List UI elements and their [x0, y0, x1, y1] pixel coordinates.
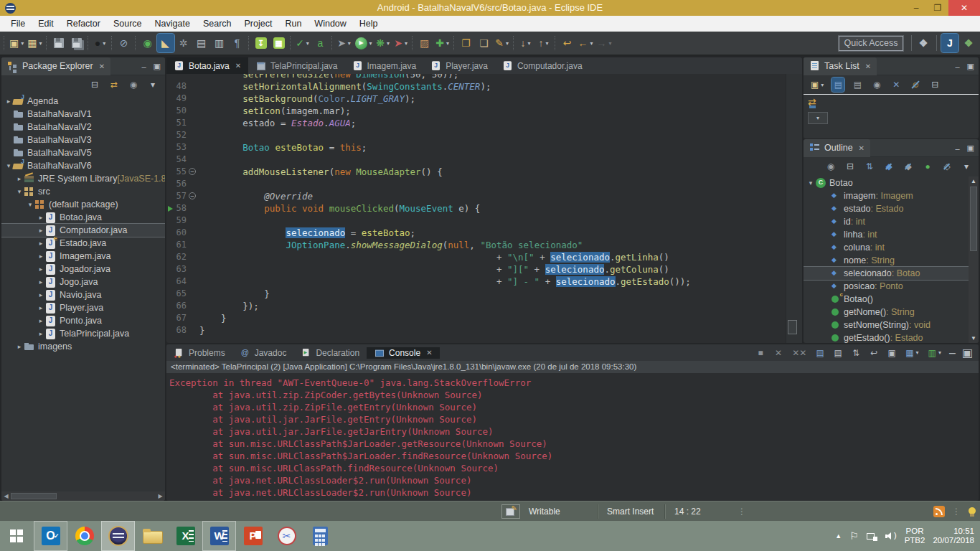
minimize-view-button[interactable]: –: [955, 144, 959, 153]
outline-item-linha[interactable]: linha : int: [804, 228, 969, 241]
taskbar-outlook-button[interactable]: O: [34, 521, 67, 551]
terminate-button[interactable]: ■: [755, 346, 766, 360]
show-hidden-icons-icon[interactable]: ▲: [835, 532, 842, 540]
expand-arrow-icon[interactable]: ▸: [37, 291, 45, 298]
tip-of-the-day-icon[interactable]: [969, 507, 976, 514]
console-tab-declaration[interactable]: Declaration: [293, 347, 367, 359]
dropdown-arrow-icon[interactable]: ▾: [938, 349, 941, 356]
expand-arrow-icon[interactable]: ▾: [4, 162, 13, 169]
menu-project[interactable]: Project: [238, 16, 279, 32]
menu-refactor[interactable]: Refactor: [60, 16, 107, 32]
sort-button[interactable]: ⇅: [863, 159, 876, 174]
news-feed-icon[interactable]: [933, 506, 945, 517]
expand-arrow-icon[interactable]: ▸: [4, 98, 13, 105]
close-view-icon[interactable]: ✕: [865, 62, 871, 70]
tree-item-batalhanavalv3[interactable]: BatalhaNavalV3: [1, 133, 165, 146]
show-view-list-button[interactable]: ▥: [211, 34, 228, 52]
expand-arrow-icon[interactable]: ▸: [37, 240, 45, 247]
expand-arrow-icon[interactable]: ▸: [37, 304, 45, 311]
filter-completed-tasks-button[interactable]: ✕: [890, 77, 903, 92]
new-wizard-button[interactable]: ▣▾: [8, 34, 25, 52]
expand-arrow-icon[interactable]: ▸: [15, 175, 24, 182]
outline-item-botao[interactable]: ▾Botao: [804, 176, 969, 189]
scroll-right-icon[interactable]: ▶: [156, 493, 165, 499]
outline-item-getnome[interactable]: getNome() : String: [804, 306, 969, 319]
pin-console-button[interactable]: ▣: [886, 346, 897, 360]
java-perspective-button[interactable]: J: [941, 34, 958, 52]
collapse-all-button[interactable]: ⊟: [928, 77, 941, 92]
profile-button[interactable]: ➤▾: [336, 34, 353, 52]
taskbar-start-button[interactable]: [0, 521, 34, 551]
tree-item-jogo-java[interactable]: ▸Jogo.java: [1, 276, 165, 288]
code-editor[interactable]: 47 setPreferredSize(new Dimension(50, 50…: [166, 74, 786, 343]
scroll-lock-button[interactable]: ⇅: [850, 346, 862, 360]
tree-item-ponto-java[interactable]: ▸Ponto.java: [1, 314, 165, 327]
connect-repository-icon[interactable]: [808, 97, 819, 108]
dropdown-arrow-icon[interactable]: ▾: [369, 40, 372, 47]
group-by-button[interactable]: ◉: [870, 77, 883, 92]
android-avd-manager-button[interactable]: ↧: [253, 34, 270, 52]
taskbar-calculator-button[interactable]: [303, 521, 337, 551]
dropdown-arrow-icon[interactable]: ▾: [39, 40, 42, 47]
expand-arrow-icon[interactable]: ▾: [806, 179, 815, 187]
scheduled-presentation-button[interactable]: ▤: [851, 77, 864, 92]
maximize-view-button[interactable]: ▣: [967, 62, 974, 71]
dropdown-arrow-icon[interactable]: ▾: [348, 40, 351, 47]
link-with-editor-button[interactable]: ⇄: [108, 77, 121, 92]
back-history-button[interactable]: ←▾: [577, 34, 595, 52]
outline-item-id[interactable]: id : int: [804, 215, 969, 228]
fold-collapse-icon[interactable]: −: [189, 168, 196, 175]
active-editor-status-icon[interactable]: [501, 504, 520, 519]
horizontal-scrollbar[interactable]: ◀ ▶: [1, 491, 165, 501]
dropdown-arrow-icon[interactable]: ▾: [506, 40, 509, 47]
outline-item-setnome-string[interactable]: setNome(String) : void: [804, 319, 969, 331]
restore-window-button[interactable]: ❐: [927, 0, 948, 16]
outline-item-coluna[interactable]: coluna : int: [804, 241, 969, 254]
dropdown-arrow-icon[interactable]: ▾: [528, 40, 531, 47]
collapse-all-button[interactable]: ⊟: [844, 159, 857, 174]
fold-collapse-icon[interactable]: −: [189, 192, 196, 199]
dropdown-arrow-icon[interactable]: ▾: [387, 40, 390, 47]
last-edit-location-button[interactable]: ↩: [559, 34, 576, 52]
android-sdk-manager-button[interactable]: ▦: [270, 34, 288, 52]
close-window-button[interactable]: ✕: [948, 0, 980, 16]
tree-item-player-java[interactable]: ▸Player.java: [1, 301, 165, 314]
show-console-on-stderr-button[interactable]: ▤: [832, 346, 844, 360]
open-task-button[interactable]: ❐: [458, 34, 475, 52]
expand-arrow-icon[interactable]: ▸: [37, 278, 45, 286]
categorized-presentation-button[interactable]: ▤: [831, 77, 844, 92]
tree-item-batalhanavalv6[interactable]: ▾BatalhaNavalV6: [1, 159, 165, 172]
close-view-icon[interactable]: ✕: [859, 144, 864, 152]
minimize-view-button[interactable]: –: [955, 62, 959, 71]
taskbar-powerpoint-button[interactable]: P: [236, 521, 270, 551]
scrollbar-thumb[interactable]: [970, 187, 977, 251]
tree-item-agenda[interactable]: ▸Agenda: [1, 95, 165, 108]
package-explorer-tab[interactable]: Package Explorer ✕: [1, 57, 110, 75]
word-wrap-button[interactable]: ↩: [868, 346, 880, 360]
scrollbar-thumb[interactable]: [11, 493, 57, 499]
menu-search[interactable]: Search: [197, 16, 238, 32]
scroll-down-icon[interactable]: ▼: [969, 335, 979, 342]
taskbar-chrome-button[interactable]: [67, 521, 101, 551]
expand-arrow-icon[interactable]: ▸: [37, 214, 45, 221]
show-console-on-stdout-button[interactable]: ▤: [814, 346, 826, 360]
debug-button[interactable]: ❋▾: [374, 34, 392, 52]
skip-all-breakpoints-button[interactable]: ●▾: [92, 34, 109, 52]
tree-item-botao-java[interactable]: ▸Botao.java: [1, 211, 165, 224]
open-perspective-button[interactable]: ❖: [915, 34, 932, 52]
block-selection-button[interactable]: ⊘: [116, 34, 133, 52]
outline-item-estado[interactable]: estado : Estado: [804, 202, 969, 215]
tree-item-telaprincipal-java[interactable]: ▸TelaPrincipal.java: [1, 327, 165, 340]
tree-item-src[interactable]: ▾src: [1, 185, 165, 198]
editor-tab-computador-java[interactable]: Computador.java: [495, 57, 590, 74]
close-tab-icon[interactable]: ✕: [235, 62, 241, 70]
focus-on-active-task-button[interactable]: ◉: [127, 77, 140, 92]
hide-static-members-button[interactable]: ◆: [902, 159, 915, 174]
minimize-view-button[interactable]: –: [141, 62, 146, 71]
refresh-button[interactable]: ▤: [193, 34, 210, 52]
hide-non-public-members-button[interactable]: ●: [921, 159, 934, 174]
menu-edit[interactable]: Edit: [32, 16, 60, 32]
focus-on-active-task-button[interactable]: ◉: [824, 159, 837, 174]
new-java-project-button[interactable]: ▦▾: [26, 34, 43, 52]
dropdown-arrow-icon[interactable]: ▾: [546, 40, 549, 47]
